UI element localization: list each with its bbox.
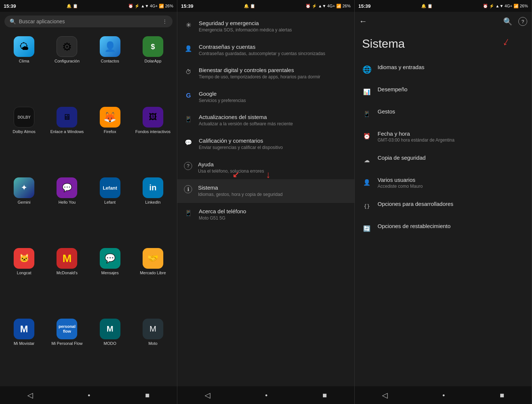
sistema-item-desempeno[interactable]: 📊 Desempeño: [355, 80, 532, 102]
app-item-configuracion[interactable]: ⚙ Configuración ↙: [47, 33, 87, 102]
nav-home-1[interactable]: ●: [88, 393, 90, 398]
app-item-personal[interactable]: personal flow Mi Personal Flow: [47, 316, 87, 384]
app-label-longcat: Longcat: [17, 271, 31, 275]
app-label-fondos: Fondos interactivos: [135, 129, 170, 134]
app-item-lefant[interactable]: Lefant Lefant: [90, 174, 130, 243]
setting-title-contrasenas: Contraseñas y cuentas: [199, 44, 348, 50]
app-item-dolby[interactable]: DOLBY Dolby Atmos: [4, 104, 44, 172]
search-icon-panel3[interactable]: 🔍: [503, 17, 512, 26]
app-item-fondos[interactable]: 🖼 Fondos interactivos: [133, 104, 173, 172]
panel-app-drawer: 15:39 🔔 📋 ⏰⚡▲▼4G+📶26% 🔍 Buscar aplicacio…: [0, 0, 177, 404]
app-item-enlace[interactable]: 🖥 Enlace a Windows: [47, 104, 87, 172]
app-label-gemini: Gemini: [18, 200, 31, 205]
app-item-moto[interactable]: M Moto: [133, 316, 173, 384]
app-icon-clima: 🌤: [14, 36, 34, 57]
red-arrow-config: ↙: [63, 31, 71, 34]
setting-google[interactable]: G Google Servicios y preferencias: [177, 85, 354, 109]
app-item-firefox[interactable]: 🦊 Firefox: [90, 104, 130, 172]
setting-text-calificacion: Calificación y comentarios Enviar sugere…: [199, 138, 348, 151]
sistema-item-usuarios[interactable]: 👤 Varios usuarios Accediste como Mauro: [355, 171, 532, 195]
sistema-item-reset[interactable]: 🔄 Opciones de restablecimiento: [355, 217, 532, 239]
app-item-helloyou[interactable]: 💬 Hello You: [47, 174, 87, 243]
help-icon-panel3[interactable]: ?: [518, 17, 527, 26]
app-label-helloyou: Hello You: [58, 200, 76, 205]
app-icon-modo: M: [100, 319, 120, 339]
nav-home-3[interactable]: ●: [442, 393, 445, 398]
app-icon-enlace: 🖥: [57, 107, 77, 128]
icon-gestos: 📱: [362, 109, 372, 119]
setting-ayuda[interactable]: ? Ayuda Usa el teléfono, s↙oluciona erro…: [177, 156, 354, 180]
nav-bar-panel1: ◁ ● ■: [0, 386, 177, 404]
setting-text-contrasenas: Contraseñas y cuentas Contraseñas guarda…: [199, 44, 348, 57]
sistema-item-idiomas[interactable]: 🌐 Idiomas y entradas: [355, 58, 532, 80]
sistema-subtitle-usuarios: Accediste como Mauro: [378, 184, 524, 189]
app-item-linkedin[interactable]: in LinkedIn: [133, 174, 173, 243]
sistema-text-fecha: Fecha y hora GMT-03:00 hora estándar de …: [378, 130, 524, 143]
app-grid: 🌤 Clima ⚙ Configuración ↙ 👤 Contactos $ …: [0, 31, 177, 386]
icon-copia: ☁: [362, 155, 372, 165]
setting-title-seguridad: Seguridad y emergencia: [199, 20, 348, 26]
nav-back-2[interactable]: ◁: [205, 391, 210, 400]
app-icon-mimovistar: M: [14, 319, 34, 339]
app-item-gemini[interactable]: ✦ Gemini: [4, 174, 44, 243]
sistema-text-copia: Copia de seguridad: [378, 155, 524, 162]
search-icon: 🔍: [10, 18, 16, 24]
icon-contrasenas: 👤: [184, 44, 193, 53]
sistema-item-fecha[interactable]: ⏰ Fecha y hora GMT-03:00 hora estándar d…: [355, 125, 532, 149]
setting-text-seguridad: Seguridad y emergencia Emergencia SOS, i…: [199, 20, 348, 33]
icon-desempeno: 📊: [362, 87, 372, 96]
setting-title-bienestar: Bienestar digital y controles parentales: [199, 67, 348, 73]
app-label-firefox: Firefox: [104, 129, 116, 134]
setting-actualizaciones[interactable]: 📱 Actualizaciones del sistema Actualizar…: [177, 109, 354, 132]
icon-acerca: 📱: [184, 209, 193, 218]
time-panel3: 15:39: [358, 3, 371, 9]
nav-home-2[interactable]: ●: [265, 393, 267, 398]
app-item-mimovistar[interactable]: M Mi Movistar: [4, 316, 44, 384]
app-item-mcdonalds[interactable]: M McDonald's: [47, 245, 87, 313]
nav-recent-1[interactable]: ■: [145, 391, 150, 400]
back-arrow-icon[interactable]: ←: [359, 17, 367, 26]
sistema-item-copia[interactable]: ☁ Copia de seguridad: [355, 149, 532, 171]
setting-calificacion[interactable]: 💬 Calificación y comentarios Enviar suge…: [177, 132, 354, 156]
setting-sistema[interactable]: ℹ Sistema Idiomas, gestos, hora y copia …: [177, 179, 354, 203]
nav-back-1[interactable]: ◁: [27, 391, 33, 400]
nav-recent-3[interactable]: ■: [500, 391, 504, 400]
app-icon-personal: personal flow: [57, 319, 77, 339]
sistema-subtitle-fecha: GMT-03:00 hora estándar de Argentina: [378, 138, 524, 143]
nav-back-3[interactable]: ◁: [382, 391, 388, 400]
app-item-contactos[interactable]: 👤 Contactos: [90, 33, 130, 102]
app-item-modo[interactable]: M MODO: [90, 316, 130, 384]
settings-list: ✳ Seguridad y emergencia Emergencia SOS,…: [177, 12, 354, 386]
app-item-mensajes[interactable]: 💬 Mensajes: [90, 245, 130, 313]
app-icon-fondos: 🖼: [143, 107, 163, 128]
status-icons-right2: ⏰⚡▲▼4G+📶26%: [306, 4, 351, 9]
sistema-title-idiomas: Idiomas y entradas: [378, 64, 524, 70]
app-label-modo: MODO: [104, 341, 116, 346]
icon-sistema: ℹ: [184, 185, 192, 193]
nav-recent-2[interactable]: ■: [323, 391, 327, 400]
app-label-dolarapp: DolarApp: [144, 59, 161, 64]
search-bar[interactable]: 🔍 Buscar aplicaciones ⋮: [4, 16, 173, 27]
setting-acerca[interactable]: 📱 Acerca del teléfono Moto G51 5G: [177, 203, 354, 227]
icon-bienestar: ⏱: [184, 68, 193, 77]
setting-contrasenas[interactable]: 👤 Contraseñas y cuentas Contraseñas guar…: [177, 38, 354, 62]
sistema-title-fecha: Fecha y hora: [378, 130, 524, 137]
app-icon-dolby: DOLBY: [14, 107, 34, 128]
app-item-longcat[interactable]: 🐱 Longcat: [4, 245, 44, 313]
search-menu-icon[interactable]: ⋮: [162, 18, 167, 24]
app-item-mercado[interactable]: 🤝 Mercado Libre: [133, 245, 173, 313]
status-bar-panel3: 15:39 🔔 📋 ⏰⚡▲▼4G+📶26%: [355, 0, 532, 12]
sistema-item-dev[interactable]: {} Opciones para desarrolladores: [355, 195, 532, 217]
setting-title-google: Google: [199, 91, 348, 97]
setting-subtitle-ayuda: Usa el teléfono, s↙oluciona errores: [198, 169, 348, 174]
icon-google: G: [184, 91, 193, 100]
setting-seguridad[interactable]: ✳ Seguridad y emergencia Emergencia SOS,…: [177, 15, 354, 38]
setting-title-actualizaciones: Actualizaciones del sistema: [199, 114, 348, 120]
app-item-dolarapp[interactable]: $ DolarApp: [133, 33, 173, 102]
app-label-dolby: Dolby Atmos: [13, 129, 35, 134]
sistema-item-gestos[interactable]: 📱 Gestos: [355, 102, 532, 125]
setting-subtitle-google: Servicios y preferencias: [199, 98, 348, 104]
setting-bienestar[interactable]: ⏱ Bienestar digital y controles parental…: [177, 62, 354, 85]
app-item-clima[interactable]: 🌤 Clima: [4, 33, 44, 102]
panel-settings: 15:39 🔔 📋 ⏰⚡▲▼4G+📶26% ✳ Seguridad y emer…: [177, 0, 355, 404]
